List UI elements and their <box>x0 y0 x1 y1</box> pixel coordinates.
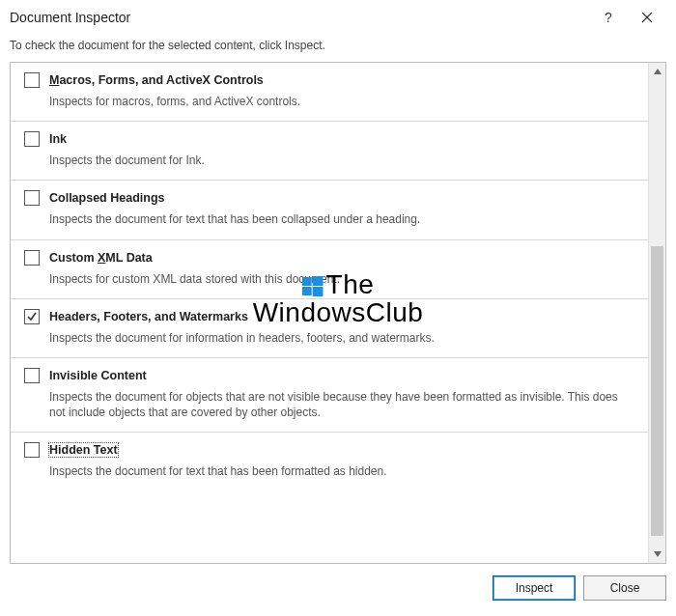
inspection-checkbox[interactable] <box>24 72 40 88</box>
scroll-thumb[interactable] <box>651 246 663 536</box>
inspection-item: Invisible ContentInspects the document f… <box>11 358 648 433</box>
inspection-item-header: Custom XML Data <box>24 250 634 266</box>
inspection-item-title[interactable]: Custom XML Data <box>49 251 153 265</box>
inspection-checkbox[interactable] <box>24 250 40 266</box>
titlebar: Document Inspector ? <box>0 0 676 33</box>
inspection-item-header: Headers, Footers, and Watermarks <box>24 309 634 324</box>
inspection-item: Headers, Footers, and WatermarksInspects… <box>11 299 648 358</box>
inspection-checkbox[interactable] <box>24 442 40 458</box>
inspection-item: Custom XML DataInspects for custom XML d… <box>11 240 648 299</box>
dialog-title: Document Inspector <box>10 10 589 25</box>
close-button-label: Close <box>610 581 640 595</box>
inspection-item-title[interactable]: Invisible Content <box>49 369 147 382</box>
items-list: Macros, Forms, and ActiveX ControlsInspe… <box>11 63 648 563</box>
inspection-item-header: Macros, Forms, and ActiveX Controls <box>24 72 634 88</box>
inspection-item: Collapsed HeadingsInspects the document … <box>11 181 648 239</box>
inspection-checkbox[interactable] <box>24 190 40 206</box>
instruction-text: To check the document for the selected c… <box>0 33 676 62</box>
scrollbar[interactable] <box>648 63 665 563</box>
inspection-item-title[interactable]: Headers, Footers, and Watermarks <box>49 310 248 323</box>
inspection-item-desc: Inspects the document for text that has … <box>49 463 634 479</box>
inspection-checkbox[interactable] <box>24 309 40 324</box>
inspection-item-header: Invisible Content <box>24 368 634 383</box>
check-icon <box>26 311 38 322</box>
inspection-item: Hidden TextInspects the document for tex… <box>11 433 648 490</box>
inspection-item-header: Collapsed Headings <box>24 190 634 206</box>
scroll-up-arrow-icon[interactable] <box>649 63 665 80</box>
inspection-item-desc: Inspects for macros, forms, and ActiveX … <box>49 94 634 109</box>
close-button[interactable]: Close <box>583 575 666 601</box>
button-row: Inspect Close <box>0 564 676 610</box>
inspection-item-title[interactable]: Collapsed Headings <box>49 191 164 205</box>
inspection-item-title[interactable]: Ink <box>49 132 67 146</box>
inspection-item-desc: Inspects for custom XML data stored with… <box>49 271 634 287</box>
scroll-down-arrow-icon[interactable] <box>649 546 665 563</box>
inspection-item-desc: Inspects the document for information in… <box>49 330 634 346</box>
inspection-checkbox[interactable] <box>24 368 40 383</box>
inspection-item-title[interactable]: Macros, Forms, and ActiveX Controls <box>49 73 264 87</box>
close-window-button[interactable] <box>628 4 666 31</box>
inspection-item-header: Hidden Text <box>24 442 634 458</box>
help-button[interactable]: ? <box>589 4 628 31</box>
inspection-checkbox[interactable] <box>24 131 40 147</box>
inspection-item: InkInspects the document for Ink. <box>11 122 648 181</box>
inspection-item-desc: Inspects the document for objects that a… <box>49 389 634 420</box>
svg-marker-2 <box>654 69 662 74</box>
svg-marker-3 <box>654 551 662 557</box>
inspection-item-desc: Inspects the document for text that has … <box>49 211 634 227</box>
close-icon <box>641 12 653 23</box>
content-frame: Macros, Forms, and ActiveX ControlsInspe… <box>10 62 666 564</box>
document-inspector-dialog: Document Inspector ? To check the docume… <box>0 0 676 616</box>
inspect-button-label: Inspect <box>516 581 553 595</box>
inspection-item-desc: Inspects the document for Ink. <box>49 153 634 168</box>
inspection-item: Macros, Forms, and ActiveX ControlsInspe… <box>11 63 648 122</box>
inspection-item-header: Ink <box>24 131 634 147</box>
inspection-item-title[interactable]: Hidden Text <box>49 443 118 457</box>
inspect-button[interactable]: Inspect <box>493 575 576 601</box>
